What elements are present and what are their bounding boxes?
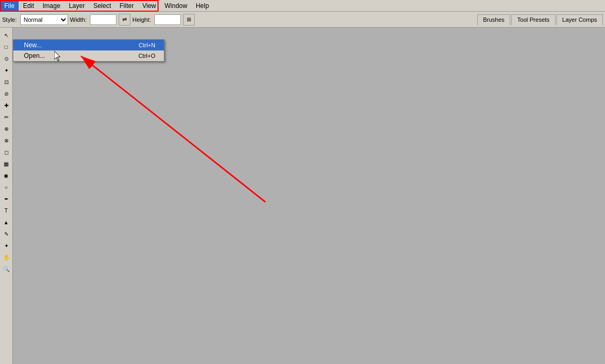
menu-item-label: New...: [24, 41, 42, 49]
menu-window[interactable]: Window: [160, 0, 192, 11]
tool-brush[interactable]: ✏: [1, 112, 12, 122]
style-select[interactable]: Normal: [20, 14, 68, 25]
tool-shape[interactable]: ▲: [1, 217, 12, 227]
file-dropdown-menu[interactable]: New...Ctrl+NOpen...Ctrl+O: [13, 39, 164, 62]
menubar: File Edit Image Layer Select Filter View…: [0, 0, 605, 12]
tool-lasso[interactable]: ⊙: [1, 53, 12, 64]
tool-dodge[interactable]: ○: [1, 182, 12, 192]
menu-view[interactable]: View: [138, 0, 160, 11]
options-icon[interactable]: ⊞: [183, 14, 195, 26]
menu-help[interactable]: Help: [192, 0, 213, 11]
cursor: [54, 51, 61, 61]
menu-edit[interactable]: Edit: [19, 0, 38, 11]
svg-marker-2: [54, 51, 60, 61]
tab-brushes[interactable]: Brushes: [477, 14, 510, 25]
menu-item-new---[interactable]: New...Ctrl+N: [13, 40, 164, 50]
tool-gradient[interactable]: ▦: [1, 158, 12, 169]
tool-pen[interactable]: ✒: [1, 193, 12, 204]
height-label: Height:: [132, 16, 151, 23]
width-input[interactable]: [90, 14, 117, 25]
dropdown-overlay: New...Ctrl+NOpen...Ctrl+O: [13, 28, 605, 364]
panel-tabs: Brushes Tool Presets Layer Comps: [477, 14, 603, 25]
tool-eraser[interactable]: ◻: [1, 147, 12, 157]
style-label: Style:: [2, 16, 17, 23]
toolbar: Style: Normal Width: ⇄ Height: ⊞ Brushes…: [0, 12, 605, 28]
tool-hand[interactable]: ✋: [1, 252, 12, 263]
tool-crop[interactable]: ⊡: [1, 77, 12, 87]
red-arrow: [13, 28, 605, 364]
tool-move[interactable]: ↖: [1, 30, 12, 40]
tool-magic-wand[interactable]: ✦: [1, 65, 12, 75]
tool-heal[interactable]: ✚: [1, 100, 12, 111]
main-area: ↖ □ ⊙ ✦ ⊡ ⊘ ✚ ✏ ⊕ ⊗ ◻ ▦ ◉ ○ ✒ T ▲ ✎ ✦ ✋ …: [0, 28, 605, 364]
tool-blur[interactable]: ◉: [1, 170, 12, 181]
tab-layer-comps[interactable]: Layer Comps: [557, 14, 603, 25]
tool-marquee[interactable]: □: [1, 41, 12, 52]
tool-eyedropper[interactable]: ✦: [1, 240, 12, 251]
menu-select[interactable]: Select: [89, 0, 115, 11]
menu-filter[interactable]: Filter: [115, 0, 138, 11]
canvas-area: New...Ctrl+NOpen...Ctrl+O: [13, 28, 605, 364]
tool-slice[interactable]: ⊘: [1, 88, 12, 99]
menu-item-open---[interactable]: Open...Ctrl+O: [13, 50, 164, 61]
tool-history[interactable]: ⊗: [1, 135, 12, 146]
swap-icon[interactable]: ⇄: [119, 14, 130, 26]
tab-tool-presets[interactable]: Tool Presets: [511, 14, 556, 25]
menu-file[interactable]: File: [0, 0, 19, 11]
tool-zoom[interactable]: 🔍: [1, 264, 12, 274]
menu-item-label: Open...: [24, 52, 45, 60]
menu-image[interactable]: Image: [38, 0, 64, 11]
width-label: Width:: [70, 16, 87, 23]
svg-line-1: [81, 56, 266, 202]
tool-notes[interactable]: ✎: [1, 228, 12, 239]
menu-layer[interactable]: Layer: [64, 0, 89, 11]
tool-panel: ↖ □ ⊙ ✦ ⊡ ⊘ ✚ ✏ ⊕ ⊗ ◻ ▦ ◉ ○ ✒ T ▲ ✎ ✦ ✋ …: [0, 28, 13, 364]
tool-clone[interactable]: ⊕: [1, 123, 12, 134]
menu-shortcut: Ctrl+N: [139, 42, 155, 48]
tool-text[interactable]: T: [1, 205, 12, 216]
height-input[interactable]: [154, 14, 181, 25]
menu-shortcut: Ctrl+O: [138, 53, 155, 59]
